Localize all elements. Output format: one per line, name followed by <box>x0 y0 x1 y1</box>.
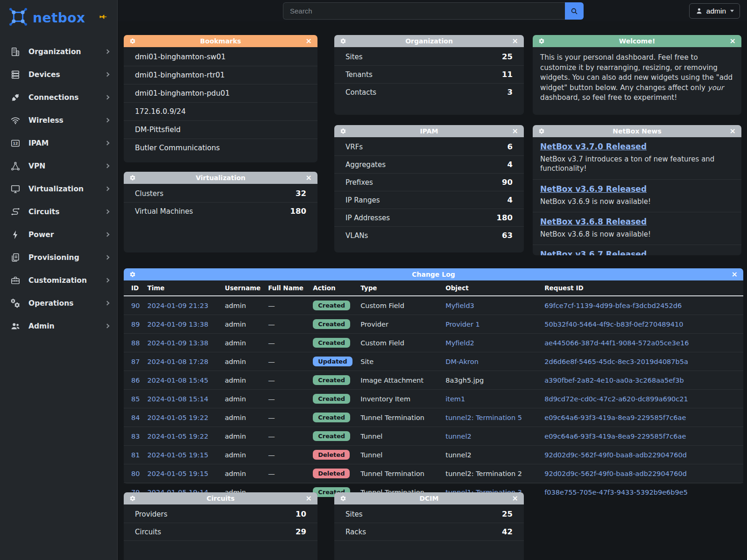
stat-row[interactable]: Racks 42 <box>334 523 524 541</box>
sidebar-item-vpn[interactable]: VPN <box>0 154 117 177</box>
request-id-link[interactable]: ae445066-387d-44f1-9084-572a05ce3e16 <box>544 339 689 347</box>
gear-icon[interactable] <box>129 495 136 502</box>
col-header-action[interactable]: Action <box>309 280 357 296</box>
bookmark-item[interactable]: 172.16.0.9/24 <box>124 102 317 120</box>
gear-icon[interactable] <box>340 128 346 134</box>
sidebar-item-ipam[interactable]: 12 IPAM <box>0 132 117 154</box>
stat-row[interactable]: Aggregates 4 <box>334 155 524 173</box>
stat-row[interactable]: Clusters 32 <box>124 185 317 202</box>
request-id-link[interactable]: 8d9cd72e-cd0c-47c2-a620-dc899a690c21 <box>544 395 688 403</box>
gear-icon[interactable] <box>129 38 136 44</box>
stat-row[interactable]: Sites 25 <box>334 48 524 65</box>
close-icon[interactable]: × <box>306 36 312 46</box>
change-id-link[interactable]: 90 <box>131 302 140 309</box>
sidebar-item-organization[interactable]: Organization <box>0 40 117 63</box>
bookmark-item[interactable]: dmi01-binghamton-sw01 <box>124 48 317 66</box>
sidebar-item-virtualization[interactable]: Virtualization <box>0 177 117 200</box>
close-icon[interactable]: × <box>730 36 736 46</box>
stat-row[interactable]: Prefixes 90 <box>334 173 524 191</box>
sidebar-item-customization[interactable]: Customization <box>0 269 117 292</box>
change-id-link[interactable]: 81 <box>131 451 140 459</box>
gear-icon[interactable] <box>129 271 136 278</box>
request-id-link[interactable]: e09c64a6-93f3-419a-8ea9-229585f7c6ae <box>544 414 686 421</box>
request-id-link[interactable]: e09c64a6-93f3-419a-8ea9-229585f7c6ae <box>544 433 686 440</box>
change-id-link[interactable]: 88 <box>131 339 140 347</box>
search-button[interactable] <box>565 2 584 20</box>
search-input[interactable] <box>283 2 565 20</box>
change-object[interactable]: Myfield2 <box>445 339 474 347</box>
change-object[interactable]: DM-Akron <box>445 358 479 365</box>
sidebar-item-devices[interactable]: Devices <box>0 63 117 86</box>
change-object[interactable]: Provider 1 <box>445 321 480 328</box>
change-object[interactable]: tunnel2: Termination 2 <box>445 470 522 477</box>
gear-icon[interactable] <box>129 175 136 181</box>
gear-icon[interactable] <box>340 495 346 502</box>
change-time-link[interactable]: 2024-01-09 13:38 <box>147 321 208 328</box>
col-header-object[interactable]: Object <box>442 280 541 296</box>
change-object[interactable]: tunnel2 <box>445 433 471 440</box>
stat-row[interactable]: Contacts 3 <box>334 83 524 101</box>
col-header-username[interactable]: Username <box>221 280 264 296</box>
sidebar-item-wireless[interactable]: Wireless <box>0 109 117 132</box>
pin-icon[interactable] <box>99 12 108 23</box>
stat-row[interactable]: VRFs 6 <box>334 138 524 155</box>
change-id-link[interactable]: 80 <box>131 470 140 477</box>
news-link[interactable]: NetBox v3.6.7 Released <box>540 250 647 255</box>
news-link[interactable]: NetBox v3.7.0 Released <box>540 142 647 151</box>
request-id-link[interactable]: 92d02d9c-562f-49f0-baa8-adb22904760d <box>544 451 687 459</box>
change-time-link[interactable]: 2024-01-05 19:22 <box>147 433 208 440</box>
request-id-link[interactable]: 2d6d6e8f-5465-45dc-8ec3-2019d4087b5a <box>544 358 688 365</box>
stat-row[interactable]: IP Addresses 180 <box>334 209 524 226</box>
change-time-link[interactable]: 2024-01-09 21:23 <box>147 302 208 309</box>
col-header-requestid[interactable]: Request ID <box>541 280 743 296</box>
gear-icon[interactable] <box>538 128 545 134</box>
change-time-link[interactable]: 2024-01-09 13:38 <box>147 339 208 347</box>
change-time-link[interactable]: 2024-01-08 15:45 <box>147 377 208 384</box>
close-icon[interactable]: × <box>732 269 738 280</box>
change-object[interactable]: tunnel2 <box>445 451 471 459</box>
sidebar-item-power[interactable]: Power <box>0 223 117 246</box>
gear-icon[interactable] <box>340 38 346 44</box>
sidebar-item-operations[interactable]: Operations <box>0 292 117 315</box>
bookmark-item[interactable]: Butler Communications <box>124 139 317 157</box>
change-time-link[interactable]: 2024-01-08 17:28 <box>147 358 208 365</box>
request-id-link[interactable]: 50b32f40-5464-4f9c-b83f-0ef270489410 <box>544 321 683 328</box>
bookmark-item[interactable]: dmi01-binghamton-rtr01 <box>124 66 317 84</box>
close-icon[interactable]: × <box>512 126 518 136</box>
request-id-link[interactable]: f038e755-705e-47f3-9433-5392b9e6b9e5 <box>544 489 688 496</box>
col-header-time[interactable]: Time <box>143 280 221 296</box>
change-id-link[interactable]: 85 <box>131 395 140 403</box>
sidebar-item-connections[interactable]: Connections <box>0 86 117 109</box>
change-id-link[interactable]: 89 <box>131 321 140 328</box>
col-header-fullname[interactable]: Full Name <box>264 280 309 296</box>
change-object[interactable]: tunnel2: Termination 5 <box>445 414 522 421</box>
sidebar-item-provisioning[interactable]: Provisioning <box>0 246 117 269</box>
bookmark-item[interactable]: DM-Pittsfield <box>124 120 317 139</box>
request-id-link[interactable]: a390fbef-2a82-4e10-aa0a-3c268aa5ef3b <box>544 377 684 384</box>
close-icon[interactable]: × <box>730 126 736 136</box>
stat-row[interactable]: VLANs 63 <box>334 226 524 244</box>
col-header-id[interactable]: ID <box>124 280 143 296</box>
change-object[interactable]: item1 <box>445 395 465 403</box>
stat-row[interactable]: Providers 10 <box>124 505 317 523</box>
change-time-link[interactable]: 2024-01-08 15:14 <box>147 395 208 403</box>
bookmark-item[interactable]: dmi01-binghamton-pdu01 <box>124 84 317 102</box>
close-icon[interactable]: × <box>512 493 518 504</box>
stat-row[interactable]: Circuits 29 <box>124 523 317 541</box>
change-id-link[interactable]: 84 <box>131 414 140 421</box>
brand-name[interactable]: netbox <box>33 10 85 26</box>
news-link[interactable]: NetBox v3.6.9 Released <box>540 184 647 194</box>
change-id-link[interactable]: 86 <box>131 377 140 384</box>
close-icon[interactable]: × <box>306 173 312 183</box>
user-menu-button[interactable]: admin <box>689 3 740 19</box>
news-link[interactable]: NetBox v3.6.8 Released <box>540 217 647 226</box>
stat-row[interactable]: Sites 25 <box>334 505 524 523</box>
gear-icon[interactable] <box>538 38 545 44</box>
change-object[interactable]: 8a3gh5.jpg <box>445 377 484 384</box>
change-id-link[interactable]: 83 <box>131 433 140 440</box>
stat-row[interactable]: Tenants 11 <box>334 65 524 83</box>
col-header-type[interactable]: Type <box>357 280 442 296</box>
change-time-link[interactable]: 2024-01-05 19:15 <box>147 451 208 459</box>
close-icon[interactable]: × <box>306 493 312 504</box>
change-time-link[interactable]: 2024-01-05 19:15 <box>147 470 208 477</box>
